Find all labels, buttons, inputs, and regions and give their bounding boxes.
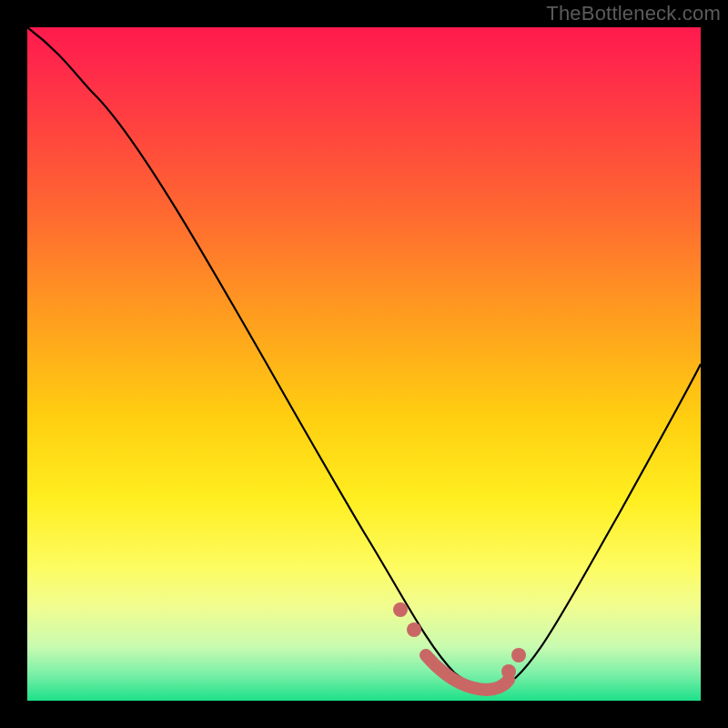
optimal-marker-dot [511,648,526,662]
watermark-text: TheBottleneck.com [546,2,721,25]
chart-frame: TheBottleneck.com [0,0,728,728]
plot-area [27,27,701,701]
bottleneck-curve-svg [27,27,701,701]
optimal-marker-dot [407,622,421,637]
optimal-range-marker [426,655,509,690]
optimal-marker-dot [501,664,516,679]
bottleneck-curve [27,27,701,690]
optimal-marker-dot [393,602,408,617]
